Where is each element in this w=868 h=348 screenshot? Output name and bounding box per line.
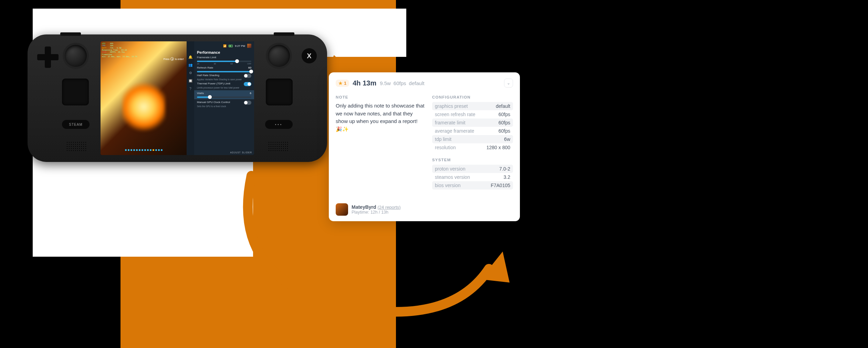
config-key: framerate limit <box>435 120 466 125</box>
avatar[interactable] <box>247 44 251 48</box>
note-heading: NOTE <box>336 95 425 99</box>
meta-fps: 60fps <box>394 80 406 86</box>
quick-menu-button[interactable]: ••• <box>265 120 293 129</box>
user-reports-link[interactable]: (24 reports) <box>377 205 400 210</box>
refresh-slider[interactable] <box>197 71 251 72</box>
user-name: MateyByrd <box>352 204 376 210</box>
svg-marker-1 <box>479 252 510 283</box>
bell-icon[interactable]: 🔔 <box>188 55 192 59</box>
battery-status-icon <box>229 45 233 47</box>
system-heading: SYSTEM <box>432 158 513 162</box>
game-prompt: Pressto enter! <box>163 57 184 61</box>
left-stick[interactable] <box>65 45 87 67</box>
config-key: resolution <box>435 145 456 150</box>
config-value: 60fps <box>499 128 510 134</box>
user-avatar[interactable] <box>336 203 348 216</box>
steam-deck-device: X STEAM ••• GPU 44% CPU 30% BATT 73% 9.5… <box>28 34 327 162</box>
tdp-toggle[interactable] <box>244 82 251 86</box>
tdp-row[interactable]: Thermal Power (TDP) Limit Limits process… <box>197 82 251 89</box>
config-value: default <box>496 103 510 109</box>
refresh-rate-row[interactable]: Refresh Rate60 <box>197 66 251 72</box>
config-value: 60fps <box>499 112 510 117</box>
game-viewport: GPU 44% CPU 30% BATT 73% 9.5W Remaining … <box>101 41 187 155</box>
gpu-toggle[interactable] <box>244 101 251 105</box>
system-value: F7A0105 <box>491 183 510 188</box>
battery-icon[interactable]: 🔲 <box>188 79 192 83</box>
config-key: average framerate <box>435 128 474 134</box>
system-key: bios version <box>435 183 461 188</box>
performance-osd: GPU 44% CPU 30% BATT 73% 9.5W Remaining … <box>102 42 137 58</box>
clock: 9:27 PM <box>235 44 245 48</box>
qam-title: Performance <box>197 50 251 54</box>
config-row: average framerate60fps <box>432 127 513 135</box>
framerate-limit-row[interactable]: Framerate Limit 15 30 60 OFF <box>197 56 251 65</box>
gear-icon[interactable]: ⚙ <box>189 71 192 75</box>
watts-row[interactable]: Watts6 <box>194 90 254 99</box>
left-touchpad[interactable] <box>62 79 89 105</box>
right-stick[interactable] <box>268 45 290 67</box>
friends-icon[interactable]: 👥 <box>188 63 192 67</box>
config-value: 1280 x 800 <box>487 145 510 150</box>
meta-watts: 9.5w <box>380 80 391 86</box>
status-bar: 📶 9:27 PM <box>197 43 251 49</box>
chevron-down-icon: ⌄ <box>507 81 510 85</box>
framerate-slider[interactable] <box>197 61 251 62</box>
dots-bar <box>101 148 187 152</box>
quick-access-menu: 🔔 👥 ⚙ 🔲 ? 📶 9:27 PM Performance Framerat… <box>187 41 254 155</box>
x-button[interactable]: X <box>302 48 317 63</box>
system-row: bios versionF7A0105 <box>432 181 513 190</box>
system-key: steamos version <box>435 174 470 180</box>
config-row: resolution1280 x 800 <box>432 143 513 152</box>
config-row: screen refresh rate60fps <box>432 110 513 119</box>
help-icon[interactable]: ? <box>189 87 191 91</box>
config-row: tdp limit6w <box>432 135 513 143</box>
watts-slider[interactable] <box>197 96 251 98</box>
qam-footer-hint: ADJUST SLIDER <box>230 151 252 154</box>
meta-preset: default <box>409 80 425 86</box>
user-playtime: Playtime: 12h / 13h <box>352 210 401 215</box>
right-touchpad[interactable] <box>266 79 293 105</box>
steam-button[interactable]: STEAM <box>62 120 90 129</box>
system-key: proton version <box>435 166 466 172</box>
note-text: Only adding this note to showcase that w… <box>336 102 425 133</box>
device-screen: GPU 44% CPU 30% BATT 73% 9.5W Remaining … <box>101 41 254 155</box>
config-heading: CONFIGURATION <box>432 95 513 99</box>
config-value: 6w <box>504 136 510 142</box>
config-key: graphics preset <box>435 103 468 109</box>
system-value: 7.0-2 <box>499 166 510 172</box>
half-rate-shading-row[interactable]: Half Rate Shading Applies Variable Rate … <box>197 74 251 81</box>
gpu-clock-row[interactable]: Manual GPU Clock Control Sets the GPU to… <box>197 101 251 108</box>
wifi-icon: 📶 <box>223 44 227 48</box>
config-row: graphics presetdefault <box>432 102 513 110</box>
config-row: framerate limit60fps <box>432 119 513 127</box>
star-badge: ★ 1 <box>336 80 349 87</box>
qam-sidebar: 🔔 👥 ⚙ 🔲 ? <box>187 41 194 155</box>
config-value: 60fps <box>499 120 510 125</box>
system-value: 3.2 <box>504 174 510 180</box>
config-key: tdp limit <box>435 136 451 142</box>
star-icon: ★ <box>338 81 343 86</box>
hrs-toggle[interactable] <box>244 74 251 78</box>
battery-life-value: 4h 13m <box>353 79 376 87</box>
report-card: ★ 1 4h 13m 9.5w 60fps default ⌄ NOTE Onl… <box>329 72 520 221</box>
dpad[interactable] <box>37 47 59 68</box>
config-key: screen refresh rate <box>435 112 475 117</box>
system-row: steamos version3.2 <box>432 173 513 181</box>
expand-button[interactable]: ⌄ <box>504 79 513 88</box>
system-row: proton version7.0-2 <box>432 165 513 173</box>
